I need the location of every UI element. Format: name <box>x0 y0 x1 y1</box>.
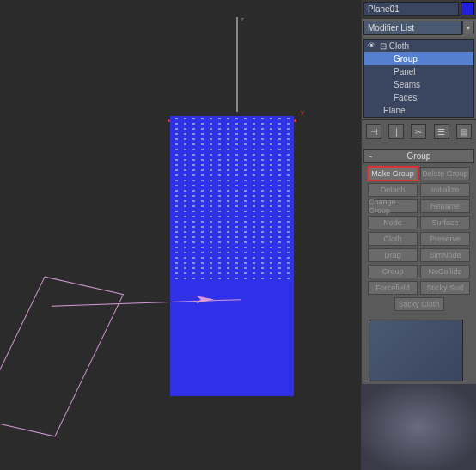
rollout-title: Group <box>407 151 431 161</box>
viewport[interactable]: z y // rows generated below after data b… <box>0 0 361 470</box>
group-rollout: - Group Make Group Delete Group Detach I… <box>363 149 474 387</box>
rollout-header[interactable]: - Group <box>363 149 474 163</box>
pin-stack-button[interactable]: ⊣ <box>366 124 381 139</box>
stack-item-panel[interactable]: Panel <box>364 65 473 78</box>
axis-line-z <box>236 17 238 112</box>
cloth-mesh[interactable]: // rows generated below after data bindi… <box>170 116 294 396</box>
configure-sets-button[interactable]: ▤ <box>456 124 472 139</box>
surface-button[interactable]: Surface <box>420 216 470 229</box>
panel-bottom-gradient <box>361 384 476 470</box>
axis-label-z: z <box>241 15 244 23</box>
modifier-list-row: Modifier List ▾ <box>362 18 476 37</box>
object-color-swatch[interactable] <box>461 2 474 15</box>
delete-group-button[interactable]: Delete Group <box>420 167 470 180</box>
stack-label: Cloth <box>389 41 409 51</box>
sticky-cloth-button[interactable]: Sticky Cloth <box>394 297 444 311</box>
plane-wireframe[interactable] <box>0 276 124 436</box>
stack-toolbar: ⊣ ∣ ✂ ☰ ▤ <box>362 119 476 143</box>
dropdown-arrow-icon[interactable]: ▾ <box>462 21 474 34</box>
make-unique-button[interactable]: ✂ <box>411 124 426 139</box>
object-name-row: Plane01 <box>362 0 476 18</box>
forcefield-button[interactable]: Forcefield <box>368 281 418 295</box>
rename-button[interactable]: Rename <box>420 199 470 213</box>
show-end-result-button[interactable]: ∣ <box>388 124 404 139</box>
stack-item-faces[interactable]: Faces <box>364 91 473 104</box>
simnode-button[interactable]: SimNode <box>420 248 470 262</box>
nocollide-button[interactable]: NoCollide <box>420 265 470 278</box>
initialize-button[interactable]: Initialize <box>420 183 470 197</box>
stack-label: Faces <box>394 93 417 102</box>
arrow-icon: ➤ <box>193 292 216 306</box>
object-name-field[interactable]: Plane01 <box>363 2 459 16</box>
drag-button[interactable]: Drag <box>368 248 418 262</box>
sticky-surf-button[interactable]: Sticky Surf <box>420 281 470 295</box>
group-button[interactable]: Group <box>368 265 418 278</box>
stack-label: Plane <box>383 106 406 115</box>
make-group-button[interactable]: Make Group <box>368 167 418 180</box>
preserve-button[interactable]: Preserve <box>420 232 470 246</box>
stack-item-group[interactable]: Group <box>364 52 473 65</box>
stack-item-cloth[interactable]: 👁 ⊟ Cloth <box>364 40 473 52</box>
node-button[interactable]: Node <box>368 216 418 229</box>
cloth-button[interactable]: Cloth <box>368 232 418 246</box>
modifier-stack[interactable]: 👁 ⊟ Cloth Group Panel Seams Faces Plane <box>363 39 474 118</box>
modifier-list-dropdown[interactable]: Modifier List <box>363 21 462 35</box>
edge-vertices <box>168 110 303 115</box>
stack-item-plane[interactable]: Plane <box>364 104 473 117</box>
stack-label: Group <box>394 54 418 64</box>
remove-modifier-button[interactable]: ☰ <box>434 124 449 139</box>
collapse-icon[interactable]: - <box>369 151 372 161</box>
change-group-button[interactable]: Change Group <box>368 199 418 213</box>
material-preview <box>369 320 463 381</box>
detach-button[interactable]: Detach <box>368 183 418 197</box>
stack-label: Seams <box>394 80 420 89</box>
group-buttons: Make Group Delete Group Detach Initializ… <box>363 163 474 314</box>
eye-icon[interactable]: 👁 <box>368 41 375 50</box>
stack-item-seams[interactable]: Seams <box>364 78 473 91</box>
stack-label: Panel <box>394 67 416 76</box>
